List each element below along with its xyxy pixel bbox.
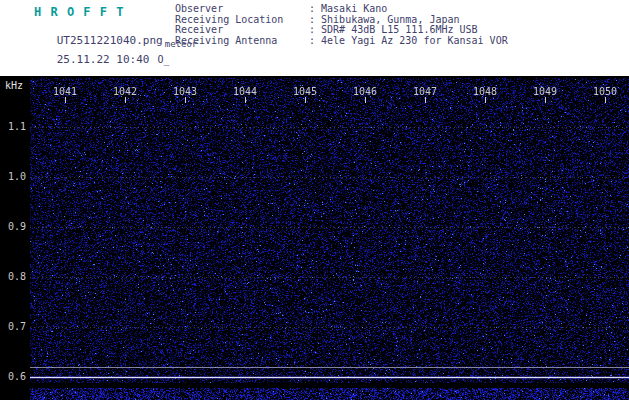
info-label: Receiving Antenna — [175, 36, 309, 47]
y-tick-label: 0.6 — [0, 371, 26, 382]
y-tick-label: 0.9 — [0, 221, 26, 232]
info-value: SDR# 43dB L15 111.6MHz USB — [321, 24, 478, 35]
signal-level-strip — [30, 388, 629, 400]
info-value: 4ele Yagi Az 230 for Kansai VOR — [321, 35, 508, 46]
x-tick-label: 1046 — [353, 86, 377, 97]
y-tick-label: 1.0 — [0, 171, 26, 182]
y-axis-unit: kHz — [5, 80, 23, 91]
info-block: Observer: Masaki KanoReceiving Location:… — [175, 4, 508, 46]
info-colon: : — [309, 14, 321, 25]
spectrogram-noise-canvas — [30, 78, 629, 383]
hrofft-screen: H R O F F T UT2511221040.pngmeteor 25.11… — [0, 0, 629, 400]
info-label: Receiver — [175, 25, 309, 36]
info-row: Receiving Antenna: 4ele Yagi Az 230 for … — [175, 36, 508, 47]
header: H R O F F T UT2511221040.pngmeteor 25.11… — [0, 0, 629, 76]
spectrogram-plot: 1041104210431044104510461047104810491050 — [30, 78, 629, 383]
info-value: Shibukawa, Gunma, Japan — [321, 14, 459, 25]
x-tick-label: 1042 — [113, 86, 137, 97]
y-tick-label: 0.7 — [0, 321, 26, 332]
datetime-row: 25.11.22 10:40O_ — [17, 40, 170, 79]
x-tick-label: 1050 — [593, 86, 617, 97]
x-tick-label: 1045 — [293, 86, 317, 97]
info-label: Observer — [175, 4, 309, 15]
info-value: Masaki Kano — [321, 3, 387, 14]
x-tick-label: 1044 — [233, 86, 257, 97]
x-tick-label: 1043 — [173, 86, 197, 97]
status-text: O_ — [157, 54, 169, 65]
y-tick-label: 0.8 — [0, 271, 26, 282]
info-colon: : — [309, 3, 321, 14]
x-tick-label: 1047 — [413, 86, 437, 97]
y-tick-label: 1.1 — [0, 121, 26, 132]
info-colon: : — [309, 24, 321, 35]
app-title: H R O F F T — [34, 5, 124, 19]
x-tick-label: 1049 — [533, 86, 557, 97]
x-tick-label: 1041 — [53, 86, 77, 97]
info-colon: : — [309, 35, 321, 46]
x-tick-label: 1048 — [473, 86, 497, 97]
datetime: 25.11.22 10:40 — [57, 53, 150, 66]
